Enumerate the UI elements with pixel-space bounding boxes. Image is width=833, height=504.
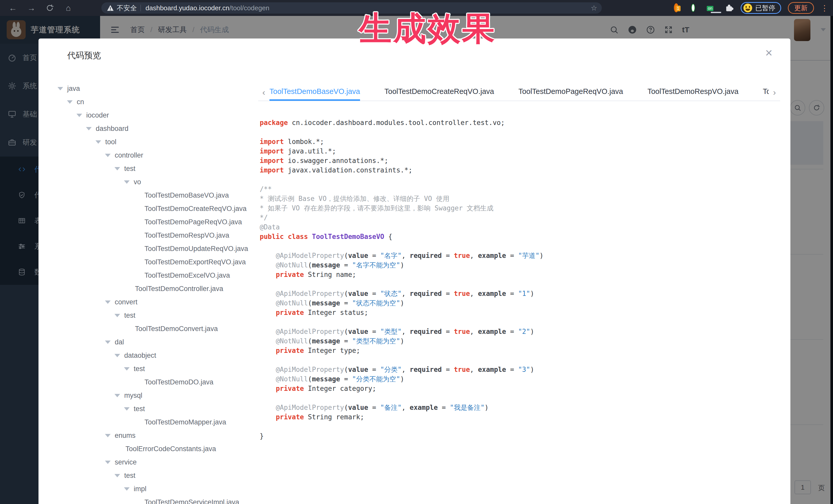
- forward-icon[interactable]: →: [26, 3, 37, 13]
- tree-node-label: ToolTestDemoMapper.java: [144, 418, 226, 426]
- caret-down-icon[interactable]: [115, 314, 120, 317]
- caret-down-icon[interactable]: [115, 167, 120, 170]
- tree-node[interactable]: java: [53, 82, 258, 95]
- back-icon[interactable]: ←: [7, 3, 19, 13]
- browser-menu-kebab-icon[interactable]: ⋮: [821, 4, 828, 13]
- security-label: 不安全: [117, 4, 137, 13]
- tree-node-label: ToolTestDemoExportReqVO.java: [144, 258, 246, 266]
- chevron-left-icon[interactable]: ‹: [258, 87, 269, 97]
- tree-node[interactable]: convert: [53, 295, 258, 309]
- tree-node[interactable]: controller: [53, 149, 258, 162]
- caret-down-icon[interactable]: [105, 461, 111, 464]
- tree-node[interactable]: tool: [53, 135, 258, 149]
- caret-down-icon[interactable]: [105, 340, 111, 344]
- tree-node-label: test: [124, 165, 136, 173]
- caret-down-icon[interactable]: [67, 100, 73, 104]
- code-line: [260, 393, 778, 403]
- tree-node[interactable]: vo: [53, 175, 258, 189]
- tree-node-label: ToolTestDemoPageReqVO.java: [144, 218, 242, 226]
- tree-node[interactable]: service: [53, 456, 258, 469]
- tree-node[interactable]: ToolTestDemoUpdateReqVO.java: [53, 242, 258, 255]
- tree-node-label: tool: [105, 138, 117, 146]
- tree-node[interactable]: dal: [53, 335, 258, 349]
- emoji-face-icon: [743, 4, 752, 12]
- tree-node-label: dal: [115, 338, 124, 346]
- code-line: [260, 241, 778, 251]
- caret-down-icon[interactable]: [115, 474, 120, 477]
- tree-node[interactable]: test: [53, 362, 258, 376]
- tree-node[interactable]: ToolTestDemoRespVO.java: [53, 229, 258, 242]
- caret-down-icon[interactable]: [115, 394, 120, 397]
- caret-down-icon[interactable]: [124, 367, 129, 370]
- tree-node-label: dashboard: [96, 125, 128, 133]
- tree-node[interactable]: dataobject: [53, 349, 258, 362]
- tree-node[interactable]: ToolTestDemoBaseVO.java: [53, 189, 258, 202]
- code-line: [260, 317, 778, 327]
- tree-node[interactable]: test: [53, 402, 258, 415]
- caret-down-icon[interactable]: [115, 354, 120, 357]
- file-tab[interactable]: ToolTestDemoPageReqVO.java: [518, 83, 623, 101]
- code-line: @ApiModelProperty(value = "名字", required…: [260, 251, 778, 261]
- code-line: @ApiModelProperty(value = "类型", required…: [260, 327, 778, 336]
- tree-node[interactable]: test: [53, 162, 258, 175]
- caret-down-icon[interactable]: [124, 487, 129, 491]
- tree-node[interactable]: ToolTestDemoExcelVO.java: [53, 269, 258, 282]
- ext-diamond-icon[interactable]: [701, 6, 704, 10]
- tree-node-label: vo: [134, 178, 141, 186]
- code-block[interactable]: package cn.iocoder.dashboard.modules.too…: [260, 118, 778, 504]
- tree-node-label: dataobject: [124, 352, 156, 360]
- caret-down-icon[interactable]: [105, 154, 111, 157]
- file-tab[interactable]: ToolTestDemoCreateReqVO.java: [384, 83, 494, 101]
- caret-down-icon[interactable]: [95, 140, 101, 144]
- caret-down-icon[interactable]: [105, 301, 111, 304]
- caret-down-icon[interactable]: [76, 114, 82, 117]
- browser-update-button[interactable]: 更新: [788, 2, 814, 14]
- tree-node[interactable]: test: [53, 469, 258, 482]
- tree-node[interactable]: ToolTestDemoDO.java: [53, 376, 258, 389]
- caret-down-icon[interactable]: [57, 87, 63, 90]
- bookmark-star-icon[interactable]: ☆: [591, 4, 597, 12]
- tree-node[interactable]: impl: [53, 482, 258, 496]
- code-preview-dialog: 代码预览 × javacniocoderdashboardtoolcontrol…: [39, 39, 790, 504]
- screen: ← → ⌂ 不安全 dashboard.yudao.iocoder.cn/too…: [0, 0, 833, 504]
- tree-node[interactable]: dashboard: [53, 122, 258, 135]
- caret-down-icon[interactable]: [124, 407, 129, 411]
- tree-node-label: cn: [77, 98, 84, 106]
- url-bar[interactable]: 不安全 dashboard.yudao.iocoder.cn/tool/code…: [101, 2, 602, 14]
- tree-node-label: convert: [115, 298, 138, 306]
- ext-green-icon[interactable]: [692, 6, 694, 10]
- chevron-right-icon[interactable]: ›: [769, 87, 780, 97]
- tree-node[interactable]: ToolTestDemoConvert.java: [53, 322, 258, 335]
- tree-node[interactable]: enums: [53, 429, 258, 442]
- code-line: import java.util.*;: [260, 146, 778, 156]
- home-icon[interactable]: ⌂: [63, 3, 74, 13]
- tree-node[interactable]: test: [53, 309, 258, 322]
- ext-downloader-icon[interactable]: 1: [674, 6, 679, 10]
- tree-node[interactable]: ToolTestDemoPageReqVO.java: [53, 215, 258, 229]
- file-tab[interactable]: ToolTe: [763, 83, 769, 101]
- extensions-puzzle-icon[interactable]: [724, 3, 734, 13]
- tree-node[interactable]: cn: [53, 95, 258, 109]
- tree-node[interactable]: ToolTestDemoCreateReqVO.java: [53, 202, 258, 215]
- reload-icon[interactable]: [44, 4, 55, 12]
- tree-node[interactable]: iocoder: [53, 109, 258, 122]
- tree-node[interactable]: ToolErrorCodeConstants.java: [53, 442, 258, 456]
- tree-node[interactable]: ToolTestDemoServiceImpl.java: [53, 496, 258, 504]
- profile-paused-badge[interactable]: 已暂停: [741, 2, 781, 14]
- tree-node-label: iocoder: [86, 111, 109, 119]
- tree-node-label: ToolTestDemoBaseVO.java: [144, 191, 229, 199]
- caret-down-icon[interactable]: [124, 181, 129, 184]
- tree-node[interactable]: ToolTestDemoExportReqVO.java: [53, 255, 258, 269]
- tree-node[interactable]: ToolTestDemoMapper.java: [53, 415, 258, 429]
- code-line: [260, 175, 778, 185]
- code-line: private String name;: [260, 270, 778, 280]
- tree-node-label: ToolErrorCodeConstants.java: [125, 445, 216, 453]
- code-line: }: [260, 431, 778, 441]
- caret-down-icon[interactable]: [86, 127, 92, 130]
- tree-node[interactable]: mysql: [53, 389, 258, 402]
- file-tab[interactable]: ToolTestDemoRespVO.java: [647, 83, 739, 101]
- close-icon[interactable]: ×: [765, 46, 772, 60]
- file-tab[interactable]: ToolTestDemoBaseVO.java: [269, 83, 360, 101]
- caret-down-icon[interactable]: [105, 434, 111, 437]
- tree-node[interactable]: ToolTestDemoController.java: [53, 282, 258, 295]
